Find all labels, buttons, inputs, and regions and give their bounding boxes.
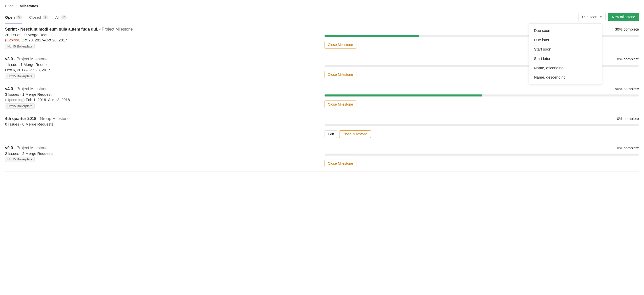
chevron-down-icon [600, 16, 602, 18]
sort-dropdown-menu: Due soonDue laterStart soonStart laterNa… [529, 23, 602, 84]
tab-count: 5 [16, 15, 22, 19]
milestone-row: v4.0 - Project Milestone3 Issues · 1 Mer… [5, 83, 639, 113]
tab-all[interactable]: All 7 [55, 12, 67, 23]
milestone-type: - Project Milestone [14, 87, 48, 91]
milestone-dates: (Expired) Oct 23, 2017–Oct 28, 2017 [5, 38, 319, 42]
tab-open[interactable]: Open 5 [5, 12, 22, 23]
tab-count: 7 [61, 15, 67, 19]
percent-complete: 0% complete [325, 146, 639, 150]
edit-button[interactable]: Edit [325, 130, 337, 138]
milestone-type: - Project Milestone [14, 146, 48, 150]
milestone-type: - Project Milestone [14, 57, 48, 61]
sort-option[interactable]: Start later [529, 54, 602, 63]
milestone-meta: 0 Issues · 0 Merge Requests [5, 122, 319, 126]
close-milestone-button[interactable]: Close Milestone [325, 101, 356, 108]
milestone-type: - Project Milestone [99, 27, 133, 31]
milestone-title[interactable]: v4.0 [5, 87, 14, 91]
percent-complete: 0% complete [325, 116, 639, 121]
milestone-type: - Group Milestone [37, 116, 70, 121]
sort-selected-label: Due soon [582, 15, 597, 19]
milestone-title[interactable]: v0.0 [5, 146, 14, 150]
close-milestone-button[interactable]: Close Milestone [325, 160, 356, 167]
progress-bar [325, 124, 639, 126]
milestone-meta: 1 Issue · 1 Merge Request [5, 62, 319, 67]
milestone-dates: (Upcoming) Feb 1, 2018–Apr 12, 2018 [5, 97, 319, 102]
milestone-title[interactable]: Sprint - Nesciunt modi eum quia autem fu… [5, 27, 99, 31]
milestone-row: v0.0 - Project Milestone2 Issues · 2 Mer… [5, 142, 639, 171]
milestone-dates: Dec 6, 2017–Dec 28, 2017 [5, 68, 319, 72]
close-milestone-button[interactable]: Close Milestone [325, 41, 356, 48]
tab-count: 2 [42, 15, 48, 19]
breadcrumb-root[interactable]: H5bp [5, 4, 13, 8]
tab-label: Open [5, 15, 15, 19]
sort-option[interactable]: Due soon [529, 26, 602, 35]
project-badge[interactable]: Html5 Boilerplate [5, 44, 35, 49]
milestone-status: (Expired) [5, 38, 22, 42]
new-milestone-button[interactable]: New milestone [608, 13, 639, 21]
progress-bar [325, 154, 639, 156]
sort-option[interactable]: Name, descending [529, 72, 602, 82]
project-badge[interactable]: Html5 Boilerplate [5, 157, 35, 162]
milestone-meta: 2 Issues · 2 Merge Requests [5, 151, 319, 156]
sort-dropdown-button[interactable]: Due soon [578, 13, 606, 21]
project-badge[interactable]: Html5 Boilerplate [5, 103, 35, 109]
milestone-meta: 20 Issues · 0 Merge Requests [5, 33, 319, 37]
project-badge[interactable]: Html5 Boilerplate [5, 73, 35, 79]
breadcrumb: H5bp › Milestones [5, 4, 639, 8]
tab-label: Closed [29, 15, 41, 19]
sort-option[interactable]: Name, ascending [529, 63, 602, 72]
close-milestone-button[interactable]: Close Milestone [339, 130, 371, 138]
progress-bar [325, 94, 639, 96]
sort-option[interactable]: Due later [529, 35, 602, 44]
tab-closed[interactable]: Closed 2 [29, 12, 48, 23]
milestone-title[interactable]: 4th quarter 2018 [5, 116, 37, 121]
milestone-meta: 3 Issues · 1 Merge Request [5, 92, 319, 96]
sort-option[interactable]: Start soon [529, 44, 602, 54]
chevron-right-icon: › [16, 4, 17, 8]
close-milestone-button[interactable]: Close Milestone [325, 71, 356, 78]
filter-tabs: Open 5 Closed 2 All 7 [5, 12, 67, 23]
milestone-row: 4th quarter 2018 - Group Milestone0 Issu… [5, 113, 639, 142]
milestone-status: (Upcoming) [5, 97, 26, 102]
percent-complete: 50% complete [325, 87, 639, 91]
breadcrumb-current: Milestones [20, 4, 38, 8]
milestone-title[interactable]: v3.0 [5, 57, 14, 61]
tab-label: All [55, 15, 59, 19]
